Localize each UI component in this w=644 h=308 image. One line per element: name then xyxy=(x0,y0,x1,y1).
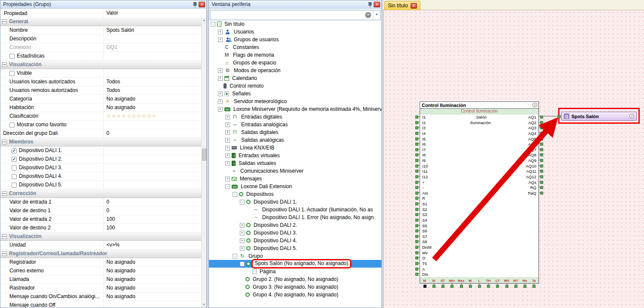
collapse-icon[interactable] xyxy=(2,19,7,24)
property-value[interactable]: No asignado xyxy=(103,275,202,284)
expand-icon[interactable]: + xyxy=(240,238,245,243)
expand-icon[interactable]: + xyxy=(225,122,230,127)
close-icon[interactable] xyxy=(199,2,205,7)
property-value[interactable]: Spots Salón xyxy=(103,26,202,34)
property-row[interactable]: Dispositivo DALI 3. xyxy=(0,164,202,172)
property-value[interactable] xyxy=(103,121,202,129)
scrollbar-thumb[interactable] xyxy=(202,149,206,161)
close-icon[interactable] xyxy=(374,2,380,7)
input-connector[interactable] xyxy=(415,240,418,243)
tree-item[interactable]: ⌂Grupos de espacio xyxy=(209,59,381,67)
input-connector[interactable] xyxy=(415,153,418,156)
output-connector[interactable] xyxy=(540,175,543,178)
input-connector[interactable] xyxy=(415,202,418,205)
expand-icon[interactable]: + xyxy=(218,99,223,104)
input-connector[interactable] xyxy=(415,165,418,168)
tab-sin-titulo[interactable]: Sin título xyxy=(384,1,420,10)
collapse-icon[interactable]: - xyxy=(225,184,230,189)
output-connector[interactable] xyxy=(540,148,543,151)
tree-item[interactable]: +Dispositivo DALI 3. xyxy=(209,229,381,237)
tree-item[interactable]: +Dispositivo DALI 2. xyxy=(209,221,381,229)
expand-icon[interactable]: + xyxy=(218,37,223,42)
collapse-icon[interactable]: - xyxy=(233,254,237,259)
input-connector[interactable] xyxy=(415,197,418,200)
expand-icon[interactable]: + xyxy=(218,91,223,96)
expand-icon[interactable]: + xyxy=(240,246,245,251)
tree-item[interactable]: CConstantes xyxy=(209,43,381,51)
tree-item[interactable]: +∼Salidas analógicas xyxy=(209,136,381,144)
expand-icon[interactable]: + xyxy=(225,153,230,158)
property-value[interactable] xyxy=(103,181,202,189)
checkbox[interactable] xyxy=(12,174,17,179)
input-connector[interactable] xyxy=(415,116,418,119)
expand-icon[interactable]: + xyxy=(225,177,230,181)
bottom-connector[interactable] xyxy=(432,285,435,288)
property-row[interactable]: Usuarios locales autorizadosTodos xyxy=(0,78,202,86)
scroll-up-icon[interactable] xyxy=(202,18,206,23)
info-icon[interactable]: i xyxy=(629,114,634,119)
pin-icon[interactable] xyxy=(368,2,372,7)
input-connector[interactable] xyxy=(415,159,418,162)
tree-item[interactable]: -Sin título xyxy=(209,20,381,28)
property-section-header[interactable]: General xyxy=(0,18,202,26)
input-connector[interactable] xyxy=(415,219,418,222)
expand-icon[interactable]: + xyxy=(218,68,223,73)
expand-icon[interactable]: + xyxy=(225,138,230,143)
property-value[interactable]: No asignado xyxy=(103,267,202,275)
input-connector[interactable] xyxy=(415,273,418,276)
tree-item[interactable]: +Usuarios xyxy=(209,28,381,36)
property-value[interactable]: 0 xyxy=(103,207,202,215)
output-connector[interactable] xyxy=(540,170,543,173)
search-dropdown-icon[interactable] xyxy=(373,10,380,20)
bottom-connector[interactable] xyxy=(487,285,490,288)
input-connector[interactable] xyxy=(415,208,418,211)
tree-item[interactable]: Control remoto xyxy=(209,82,381,90)
rating-stars[interactable]: ☆☆☆☆☆☆☆☆☆☆ xyxy=(103,112,202,120)
input-connector[interactable] xyxy=(415,186,418,189)
checkbox[interactable] xyxy=(9,122,15,128)
bottom-connector[interactable] xyxy=(523,285,526,288)
bottom-connector[interactable] xyxy=(460,285,463,288)
output-connector[interactable] xyxy=(540,143,543,146)
property-value[interactable]: 0 xyxy=(103,198,202,206)
property-value[interactable] xyxy=(103,35,202,43)
property-row[interactable]: ConexiónGQ1 xyxy=(0,43,202,52)
expand-icon[interactable]: + xyxy=(240,231,245,235)
property-row[interactable]: Usuarios remotos autorizadosTodos xyxy=(0,86,202,95)
node-connector[interactable] xyxy=(558,115,561,118)
tree-item[interactable]: +⊓Entradas digitales xyxy=(209,113,381,121)
checkbox[interactable] xyxy=(9,71,15,76)
property-value[interactable]: No asignado xyxy=(103,95,202,103)
input-connector[interactable] xyxy=(415,181,418,184)
property-row[interactable]: Valor de destino 2100 xyxy=(0,224,202,232)
output-connector[interactable] xyxy=(540,132,543,135)
expand-icon[interactable]: + xyxy=(225,161,230,166)
tab-close-icon[interactable] xyxy=(411,3,417,9)
bottom-connector[interactable] xyxy=(505,285,508,288)
expand-icon[interactable]: + xyxy=(225,115,230,119)
expand-icon[interactable]: + xyxy=(218,30,223,34)
property-row[interactable]: Unidad<v>% xyxy=(0,241,202,250)
property-row[interactable]: HabitaciónNo asignado xyxy=(0,104,202,112)
property-row[interactable]: Valor de destino 10 xyxy=(0,207,202,215)
property-value[interactable]: <v>% xyxy=(103,241,202,249)
function-block-control-iluminacion[interactable]: Control Iluminación i Control Iluminació… xyxy=(420,101,539,284)
property-value[interactable]: 100 xyxy=(103,224,202,232)
input-connector[interactable] xyxy=(415,148,418,151)
expand-icon[interactable]: + xyxy=(218,107,223,112)
bottom-connector[interactable] xyxy=(450,285,454,288)
bottom-connector[interactable] xyxy=(441,285,444,288)
property-value[interactable] xyxy=(103,146,202,155)
property-row[interactable]: ✓Dispositivo DALI 1. xyxy=(0,146,202,155)
expand-icon[interactable]: + xyxy=(225,146,230,150)
tree-item[interactable]: Grupo 3. (No asignado, No asignado) xyxy=(209,283,381,291)
output-connector[interactable] xyxy=(540,121,543,124)
bottom-connector[interactable] xyxy=(532,285,535,288)
bottom-connector[interactable] xyxy=(496,285,499,288)
property-section-header[interactable]: Corrección xyxy=(0,189,202,198)
property-row[interactable]: Valor de entrada 10 xyxy=(0,198,202,207)
input-connector[interactable] xyxy=(415,175,418,178)
property-value[interactable]: 100 xyxy=(103,215,202,223)
property-row[interactable]: Mensaje cuando On/Cambios analógi...No a… xyxy=(0,293,202,301)
tree-item[interactable]: +Línea KNX/EIB xyxy=(209,144,381,152)
